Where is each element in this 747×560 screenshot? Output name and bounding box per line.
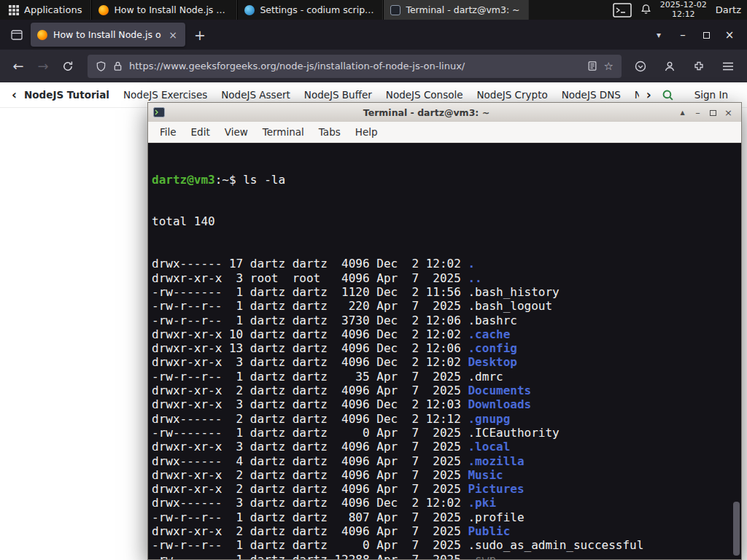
window-minimize-button[interactable]: –	[671, 28, 694, 42]
site-nav-link[interactable]: NodeJS DNS	[562, 89, 621, 101]
forward-button[interactable]: →	[31, 55, 55, 78]
site-nav-link[interactable]: NodeJS Crypto	[477, 89, 548, 101]
browser-tab-bar: How to Install Node.js or × + ▾ – ×	[0, 20, 747, 50]
codium-icon	[244, 5, 255, 15]
listing-row: drwxr-xr-x 2 dartz dartz 4096 Apr 7 2025…	[152, 384, 741, 397]
listing-name: Music	[468, 468, 503, 482]
command-text: ls -la	[243, 173, 285, 187]
tracking-shield-icon[interactable]	[96, 61, 107, 72]
taskbar-tray: 2025-12-02 12:12 Dartz	[607, 0, 747, 20]
listing-name: .ICEauthority	[468, 426, 559, 440]
clock-time: 12:12	[660, 10, 707, 20]
firefox-favicon	[37, 30, 47, 40]
listing-row: -rw-r--r-- 1 dartz dartz 807 Apr 7 2025 …	[152, 510, 741, 524]
terminal-menu-terminal[interactable]: Terminal	[255, 122, 311, 143]
site-nav-links: NodeJS TutorialNodeJS ExercisesNodeJS As…	[24, 89, 639, 101]
clock[interactable]: 2025-12-02 12:12	[660, 1, 707, 19]
prompt-line: dartz@vm3:~$ ls -la	[152, 173, 741, 187]
terminal-menu-view[interactable]: View	[217, 122, 255, 143]
listing-meta: -rw------- 1 dartz dartz 1120 Dec 2 11:5…	[152, 285, 468, 299]
tab-close-icon[interactable]: ×	[167, 29, 179, 41]
listing-row: -rw------- 1 dartz dartz 12288 Apr 7 202…	[152, 553, 741, 559]
taskbar-window-label: Settings - codium script...	[260, 4, 376, 15]
user-menu[interactable]: Dartz	[716, 4, 741, 15]
listing-row: drwx------ 3 dartz dartz 4096 Dec 2 12:0…	[152, 496, 741, 510]
terminal-shade-button[interactable]: ▲	[675, 109, 690, 116]
listing-row: drwxr-xr-x 3 root root 4096 Apr 7 2025 .…	[152, 271, 741, 285]
listing-meta: drwxr-xr-x 10 dartz dartz 4096 Dec 2 12:…	[152, 327, 468, 341]
sign-in-button[interactable]: Sign In	[694, 89, 728, 101]
site-nav-link[interactable]: NodeJS Console	[386, 89, 463, 101]
listing-meta: -rw-r--r-- 1 dartz dartz 3730 Dec 2 12:0…	[152, 314, 468, 327]
terminal-menu-file[interactable]: File	[152, 122, 184, 143]
listing-row: -rw-r--r-- 1 dartz dartz 3730 Dec 2 12:0…	[152, 314, 741, 327]
search-icon[interactable]	[654, 89, 681, 101]
taskbar-window-button[interactable]: Terminal - dartz@vm3: ~	[383, 0, 529, 20]
reader-mode-icon[interactable]	[587, 61, 597, 71]
applications-menu-button[interactable]: Applications	[0, 0, 91, 20]
terminal-menu-help[interactable]: Help	[348, 122, 385, 143]
back-button[interactable]: ←	[6, 55, 31, 78]
reload-button[interactable]	[55, 55, 80, 78]
listing-name: .pki	[468, 496, 496, 510]
terminal-window: Terminal - dartz@vm3: ~ ▲ – × FileEditVi…	[147, 102, 742, 560]
account-icon[interactable]	[658, 55, 681, 78]
taskbar-window-list: How to Install Node.js o...Settings - co…	[91, 0, 529, 20]
terminal-output[interactable]: dartz@vm3:~$ ls -la total 140 drwx------…	[148, 143, 741, 559]
terminal-maximize-icon	[710, 110, 716, 116]
browser-toolbar: ← → https://www.geeksforgeeks.org/node-j…	[0, 50, 747, 82]
site-nav-link[interactable]: NodeJS Buffer	[304, 89, 372, 101]
terminal-menu-edit[interactable]: Edit	[184, 122, 217, 143]
listing-meta: drwxr-xr-x 3 dartz dartz 4096 Apr 7 2025	[152, 440, 468, 454]
extensions-icon[interactable]	[687, 55, 711, 78]
clock-date: 2025-12-02	[660, 1, 707, 10]
terminal-menu-tabs[interactable]: Tabs	[311, 122, 348, 143]
listing-row: drwxr-xr-x 3 dartz dartz 4096 Dec 2 12:0…	[152, 355, 741, 369]
browser-tab[interactable]: How to Install Node.js or ×	[31, 23, 185, 47]
listing-row: -rw-r--r-- 1 dartz dartz 0 Apr 7 2025 .s…	[152, 538, 741, 552]
site-nav-link[interactable]: Node	[635, 89, 639, 101]
listing-name: Public	[468, 524, 510, 538]
window-close-button[interactable]: ×	[718, 28, 741, 42]
url-bar[interactable]: https://www.geeksforgeeks.org/node-js/in…	[88, 55, 622, 78]
nav-scroll-left-icon[interactable]: ‹	[9, 88, 20, 102]
window-maximize-button[interactable]	[694, 28, 718, 42]
terminal-maximize-button[interactable]	[705, 107, 721, 118]
pocket-icon[interactable]	[629, 55, 652, 78]
listing-meta: -rw-r--r-- 1 dartz dartz 0 Apr 7 2025	[152, 538, 468, 552]
site-nav-link[interactable]: NodeJS Assert	[221, 89, 290, 101]
site-nav-link[interactable]: NodeJS Exercises	[123, 89, 207, 101]
listing-meta: drwxr-xr-x 2 dartz dartz 4096 Apr 7 2025	[152, 482, 468, 496]
site-nav-link[interactable]: NodeJS Tutorial	[24, 89, 109, 101]
listing-row: -rw-r--r-- 1 dartz dartz 35 Apr 7 2025 .…	[152, 370, 741, 384]
nav-scroll-right-icon[interactable]: ›	[643, 88, 654, 102]
lock-icon[interactable]	[113, 61, 123, 71]
listing-name: .profile	[468, 510, 524, 524]
firefox-view-button[interactable]	[6, 24, 28, 46]
terminal-titlebar[interactable]: Terminal - dartz@vm3: ~ ▲ – ×	[148, 103, 741, 122]
terminal-minimize-button[interactable]: –	[690, 107, 705, 118]
bookmark-star-icon[interactable]: ☆	[604, 60, 614, 73]
listing-meta: -rw-r--r-- 1 dartz dartz 807 Apr 7 2025	[152, 510, 468, 524]
maximize-icon	[703, 32, 710, 39]
listing-name: .config	[468, 341, 516, 355]
taskbar-window-label: How to Install Node.js o...	[114, 4, 230, 15]
terminal-icon	[390, 5, 400, 15]
listing-row: drwxr-xr-x 2 dartz dartz 4096 Apr 7 2025…	[152, 468, 741, 482]
url-text[interactable]: https://www.geeksforgeeks.org/node-js/in…	[129, 61, 581, 71]
taskbar-window-button[interactable]: How to Install Node.js o...	[91, 0, 237, 20]
terminal-close-button[interactable]: ×	[721, 107, 736, 118]
listing-name: .bash_logout	[468, 299, 552, 313]
terminal-scrollbar-thumb[interactable]	[733, 502, 740, 556]
tray-terminal-icon[interactable]	[613, 3, 632, 18]
notifications-bell-icon[interactable]	[640, 4, 651, 17]
listing-row: -rw------- 1 dartz dartz 1120 Dec 2 11:5…	[152, 285, 741, 299]
list-all-tabs-icon[interactable]: ▾	[646, 30, 671, 40]
listing-name: Pictures	[468, 482, 524, 496]
listing-meta: drwx------ 2 dartz dartz 4096 Dec 2 12:1…	[152, 412, 468, 426]
listing-row: drwxr-xr-x 10 dartz dartz 4096 Dec 2 12:…	[152, 327, 741, 341]
taskbar-window-button[interactable]: Settings - codium script...	[237, 0, 383, 20]
app-menu-icon[interactable]	[716, 55, 740, 78]
applications-icon	[9, 5, 19, 15]
new-tab-button[interactable]: +	[185, 27, 214, 43]
